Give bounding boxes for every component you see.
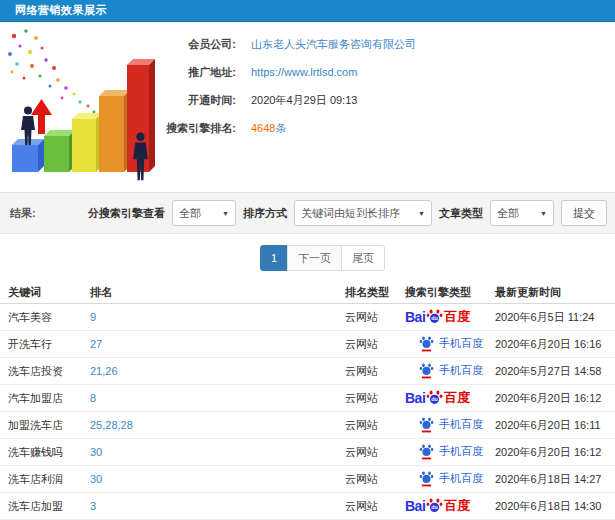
promo-url-label: 推广地址: [150,65,236,80]
last-page-button[interactable]: 尾页 [341,245,385,271]
rank-type-cell: 云网站 [345,445,405,460]
pagination-area: 1 下一页 尾页 [0,234,615,282]
engine-rank-value: 4648条 [251,121,286,136]
page-button-1[interactable]: 1 [260,245,288,271]
table-row: 洗车店投资 21,26 云网站 手机百度 2020年5月27日 1 [0,358,615,385]
filter-controls: 分搜索引擎查看 全部 ▼ 排序方式 关键词由短到长排序 ▼ 文章类型 全部 ▼ … [88,200,607,226]
keyword-cell: 洗车店投资 [0,364,90,379]
rank-link[interactable]: 27 [90,338,102,350]
header-rank-type: 排名类型 [345,285,405,300]
table-row: 洗车赚钱吗 30 云网站 手机百度 2020年6月20日 16:1 [0,439,615,466]
confetti-dots [8,29,95,113]
bar-chart-illustration-graphic [2,22,162,184]
article-type-label: 文章类型 [439,206,483,221]
rank-type-cell: 云网站 [345,472,405,487]
pagination: 1 下一页 尾页 [260,245,385,271]
next-page-button[interactable]: 下一页 [287,245,342,271]
rank-type-cell: 云网站 [345,418,405,433]
rank-link[interactable]: 25,28,28 [90,419,133,431]
marketing-illustration [2,22,162,184]
baidu-paw-icon: du [426,388,443,405]
rank-type-cell: 云网站 [345,337,405,352]
engine-cell: Bai du 百度 [405,496,495,516]
updated-cell: 2020年6月5日 11:24 [495,310,615,325]
engine-cell: 手机百度 [405,416,495,435]
svg-text:du: du [432,315,438,321]
keyword-ranking-table: 关键词 排名 排名类型 搜索引擎类型 最新更新时间 汽车美容 9 云网站 Bai… [0,282,615,520]
updated-cell: 2020年6月20日 16:11 [495,418,615,433]
sort-filter-label: 排序方式 [243,206,287,221]
rank-link[interactable]: 21,26 [90,365,118,377]
chevron-down-icon: ▼ [418,210,425,217]
rank-link[interactable]: 3 [90,500,96,512]
updated-cell: 2020年5月27日 14:58 [495,364,615,379]
member-company-row: 会员公司: 山东老人头汽车服务咨询有限公司 [150,30,416,58]
rank-type-cell: 云网站 [345,310,405,325]
member-company-link[interactable]: 山东老人头汽车服务咨询有限公司 [251,37,416,52]
promo-url-link[interactable]: https://www.lrtlsd.com [251,66,357,78]
bar-green [44,130,75,172]
filter-bar: 结果: 分搜索引擎查看 全部 ▼ 排序方式 关键词由短到长排序 ▼ 文章类型 全… [0,192,615,234]
header-updated: 最新更新时间 [495,285,615,300]
mobile-baidu-logo: 手机百度 [405,362,483,379]
page-title: 网络营销效果展示 [15,3,107,18]
bar-yellow [72,113,102,172]
svg-text:du: du [432,504,438,510]
baidu-paw-icon: du [426,307,443,324]
rank-type-cell: 云网站 [345,499,405,514]
baidu-logo: Bai du 百度 [405,388,470,408]
rank-link[interactable]: 9 [90,311,96,323]
table-row: 汽车加盟店 8 云网站 Bai du 百度 2020年6月20日 16:12 [0,385,615,412]
header-engine-type: 搜索引擎类型 [405,285,495,300]
engine-rank-row: 搜索引擎排名: 4648条 [150,114,416,142]
baidu-paw-icon: du [426,496,443,513]
sort-filter-select[interactable]: 关键词由短到长排序 ▼ [294,200,432,226]
keyword-cell: 洗车店利润 [0,472,90,487]
mobile-baidu-logo: 手机百度 [405,443,483,460]
mobile-baidu-paw-icon [419,443,434,460]
rank-count: 4648 [251,122,275,134]
bar-orange [99,90,130,172]
keyword-cell: 汽车加盟店 [0,391,90,406]
mobile-baidu-paw-icon [419,470,434,487]
header-keyword: 关键词 [0,285,90,300]
rank-link[interactable]: 30 [90,473,102,485]
engine-filter-select[interactable]: 全部 ▼ [172,200,236,226]
updated-cell: 2020年6月20日 16:12 [495,445,615,460]
rank-count-unit: 条 [275,122,286,134]
mobile-baidu-paw-icon [419,416,434,433]
keyword-cell: 洗车赚钱吗 [0,445,90,460]
keyword-cell: 加盟洗车店 [0,418,90,433]
engine-cell: Bai du 百度 [405,388,495,408]
rank-link[interactable]: 8 [90,392,96,404]
engine-filter-label: 分搜索引擎查看 [88,206,165,221]
table-header-row: 关键词 排名 排名类型 搜索引擎类型 最新更新时间 [0,282,615,304]
keyword-cell: 汽车美容 [0,310,90,325]
chevron-down-icon: ▼ [222,210,229,217]
mobile-baidu-paw-icon [419,362,434,379]
article-type-select[interactable]: 全部 ▼ [490,200,554,226]
engine-cell: 手机百度 [405,470,495,489]
rank-link[interactable]: 30 [90,446,102,458]
promo-url-row: 推广地址: https://www.lrtlsd.com [150,58,416,86]
table-body: 汽车美容 9 云网站 Bai du 百度 2020年6月5日 11:24 开洗车… [0,304,615,520]
engine-cell: 手机百度 [405,362,495,381]
member-company-label: 会员公司: [150,37,236,52]
titlebar: 网络营销效果展示 [0,0,615,22]
mobile-baidu-logo: 手机百度 [405,470,483,487]
mobile-baidu-paw-icon [419,335,434,352]
baidu-logo: Bai du 百度 [405,496,470,516]
updated-cell: 2020年6月20日 16:12 [495,391,615,406]
mobile-baidu-logo: 手机百度 [405,416,483,433]
engine-cell: Bai du 百度 [405,307,495,327]
engine-cell: 手机百度 [405,443,495,462]
keyword-cell: 开洗车行 [0,337,90,352]
member-info-list: 会员公司: 山东老人头汽车服务咨询有限公司 推广地址: https://www.… [150,30,416,142]
header-rank: 排名 [90,285,345,300]
svg-text:du: du [432,396,438,402]
table-row: 加盟洗车店 25,28,28 云网站 手机百度 2020年6月20 [0,412,615,439]
table-row: 洗车店利润 30 云网站 手机百度 2020年6月18日 14:2 [0,466,615,493]
rank-type-cell: 云网站 [345,391,405,406]
open-time-label: 开通时间: [150,93,236,108]
submit-button[interactable]: 提交 [561,200,607,226]
